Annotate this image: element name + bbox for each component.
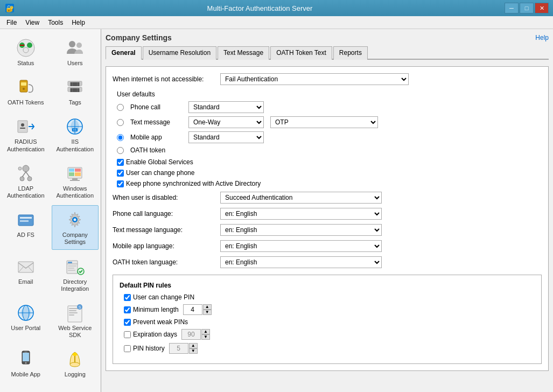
ldap-auth-icon (15, 163, 37, 184)
svg-rect-19 (20, 128, 25, 129)
sidebar-item-iis-auth[interactable]: IIS IIS Authentication (52, 112, 99, 156)
tab-general[interactable]: General (106, 46, 142, 60)
mobile-app-radio[interactable] (117, 134, 124, 141)
general-panel: When internet is not accessible: Fail Au… (106, 66, 549, 371)
phone-call-lang-select[interactable]: en: English fr: French de: German (220, 208, 382, 220)
text-message-lang-select[interactable]: en: English fr: French de: German (220, 224, 382, 236)
tab-reports[interactable]: Reports (333, 46, 368, 60)
pin-history-increment[interactable]: ▲ (189, 343, 198, 348)
when-disabled-select[interactable]: Succeed Authentication Fail Authenticati… (220, 192, 382, 204)
minimize-button[interactable]: ─ (505, 3, 519, 13)
help-link[interactable]: Help (535, 34, 549, 41)
menu-view[interactable]: View (21, 18, 44, 27)
pin-history-checkbox[interactable] (124, 345, 131, 352)
sidebar-item-email[interactable]: Email (2, 252, 50, 296)
company-settings-label: Company Settings (54, 232, 96, 246)
sidebar-item-company-settings[interactable]: Company Settings (52, 205, 99, 249)
svg-rect-51 (68, 268, 74, 269)
sidebar-item-oath-tokens[interactable]: OATH Tokens (2, 73, 50, 110)
user-can-change-phone-row: User can change phone (117, 169, 542, 177)
sidebar-item-tags[interactable]: ████ ████ Tags (52, 73, 99, 110)
tab-oath-token-text[interactable]: OATH Token Text (270, 46, 332, 60)
user-portal-icon (15, 302, 37, 324)
min-length-increment[interactable]: ▲ (203, 304, 212, 310)
expiration-days-decrement[interactable]: ▼ (201, 334, 210, 340)
text-message-lang-label: Text message language: (113, 226, 220, 234)
svg-point-18 (21, 123, 24, 127)
enable-global-checkbox[interactable] (117, 159, 124, 166)
text-message-otp-select[interactable]: OTP PIN+OTP (270, 116, 378, 128)
sidebar-item-ldap-auth[interactable]: LDAP Authentication (2, 159, 50, 203)
oath-token-lang-label: OATH token language: (113, 258, 220, 266)
sidebar-item-windows-auth[interactable]: Windows Authentication (52, 159, 99, 203)
mobile-app-select[interactable]: Standard Custom (188, 131, 264, 143)
when-disabled-row: When user is disabled: Succeed Authentic… (113, 192, 542, 204)
ldap-auth-label: LDAP Authentication (5, 185, 47, 199)
sidebar-item-web-service-sdk[interactable]: S Web Service SDK (52, 298, 99, 342)
enable-global-label: Enable Global Services (126, 158, 193, 166)
oath-tokens-label: OATH Tokens (8, 99, 44, 106)
sidebar-item-status[interactable]: Status (2, 33, 50, 71)
mobile-app-lang-select[interactable]: en: English fr: French de: German (220, 240, 382, 252)
menu-tools[interactable]: Tools (44, 18, 67, 27)
expiration-days-checkbox[interactable] (124, 331, 131, 338)
web-service-sdk-icon: S (64, 302, 86, 324)
oath-token-radio[interactable] (117, 147, 124, 154)
sidebar-item-directory-integration[interactable]: Directory Integration (52, 252, 99, 296)
oath-token-lang-select[interactable]: en: English fr: French de: German (220, 256, 382, 268)
svg-rect-59 (69, 310, 76, 311)
text-message-select[interactable]: One-Way Two-Way (188, 116, 264, 128)
svg-point-68 (70, 362, 80, 367)
internet-select[interactable]: Fail Authentication Succeed Authenticati… (220, 73, 409, 85)
phone-call-radio[interactable] (117, 104, 124, 111)
phone-call-lang-row: Phone call language: en: English fr: Fre… (113, 208, 542, 220)
sidebar-item-radius-auth[interactable]: RADIUS Authentication (2, 112, 50, 156)
logging-icon (64, 348, 86, 370)
users-icon (64, 37, 86, 59)
pin-history-input[interactable] (169, 343, 188, 354)
content-area: Company Settings Help General Username R… (101, 29, 553, 392)
tab-text-message[interactable]: Text Message (218, 46, 269, 60)
text-message-radio[interactable] (117, 119, 124, 126)
mobile-app-lang-row: Mobile app language: en: English fr: Fre… (113, 240, 542, 252)
menu-help[interactable]: Help (67, 18, 89, 27)
svg-rect-61 (69, 314, 74, 316)
svg-text:████: ████ (71, 88, 80, 92)
sidebar-item-mobile-app[interactable]: Mobile App (2, 345, 50, 382)
user-can-change-phone-checkbox[interactable] (117, 170, 124, 177)
sidebar-item-users[interactable]: Users (52, 33, 99, 71)
min-length-decrement[interactable]: ▼ (203, 310, 212, 315)
adfs-label: AD FS (17, 232, 34, 239)
user-can-change-phone-label: User can change phone (126, 169, 194, 177)
svg-line-27 (26, 172, 30, 177)
tab-username-resolution[interactable]: Username Resolution (143, 46, 216, 60)
iis-auth-label: IIS Authentication (54, 138, 96, 152)
sidebar: Status Users O (0, 29, 101, 392)
phone-call-select[interactable]: Standard Custom (188, 101, 264, 113)
logging-label: Logging (65, 371, 86, 378)
keep-phone-sync-checkbox[interactable] (117, 180, 124, 187)
sidebar-item-user-portal[interactable]: User Portal (2, 298, 50, 342)
sidebar-item-logging[interactable]: Logging (52, 345, 99, 382)
svg-text:████: ████ (71, 82, 80, 86)
prevent-weak-checkbox[interactable] (124, 319, 131, 326)
expiration-days-input[interactable] (181, 329, 201, 340)
min-length-checkbox[interactable] (124, 306, 131, 313)
sidebar-item-adfs[interactable]: AD FS (2, 205, 50, 249)
user-can-change-pin-checkbox[interactable] (124, 294, 131, 301)
web-service-sdk-label: Web Service SDK (54, 325, 96, 339)
oath-tokens-icon (15, 76, 37, 98)
maximize-button[interactable]: □ (520, 3, 534, 13)
expiration-days-increment[interactable]: ▲ (201, 329, 210, 334)
oath-token-label: OATH token (130, 146, 184, 154)
min-length-input[interactable] (183, 304, 202, 315)
pin-history-decrement[interactable]: ▼ (189, 348, 198, 354)
pin-rules-section: Default PIN rules User can change PIN Mi… (113, 275, 542, 364)
menu-file[interactable]: File (2, 18, 21, 27)
user-defaults-label: User defaults (117, 90, 155, 98)
expiration-days-spinner: ▲ ▼ (181, 329, 210, 340)
close-button[interactable]: ✕ (535, 3, 549, 13)
phone-call-row: Phone call Standard Custom (117, 101, 542, 113)
expiration-days-row: Expiration days ▲ ▼ (124, 329, 535, 340)
pin-history-label: PIN history (133, 345, 165, 352)
